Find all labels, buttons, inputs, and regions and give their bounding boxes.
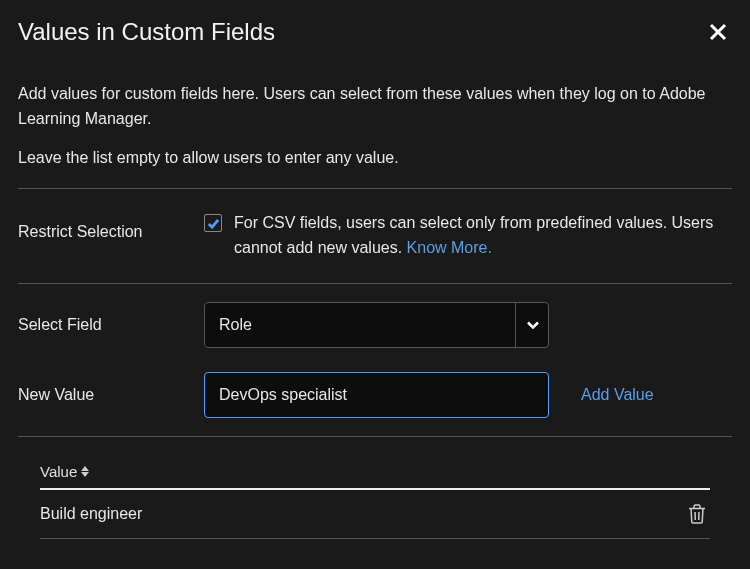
new-value-label: New Value <box>18 386 204 404</box>
restrict-selection-label: Restrict Selection <box>18 211 204 241</box>
table-cell-value: Build engineer <box>40 505 142 523</box>
restrict-selection-checkbox[interactable] <box>204 214 222 232</box>
know-more-link[interactable]: Know More. <box>407 239 492 256</box>
new-value-input[interactable] <box>204 372 549 418</box>
add-value-button[interactable]: Add Value <box>581 386 654 404</box>
value-column-header[interactable]: Value <box>40 463 89 480</box>
select-field-value: Role <box>219 316 252 334</box>
dialog-description-1: Add values for custom fields here. Users… <box>18 82 732 132</box>
new-value-row: New Value Add Value <box>18 366 732 436</box>
restrict-selection-row: Restrict Selection For CSV fields, users… <box>18 189 732 283</box>
close-button[interactable] <box>704 18 732 46</box>
svg-marker-2 <box>81 466 89 471</box>
svg-marker-3 <box>81 472 89 477</box>
select-field-label: Select Field <box>18 316 204 334</box>
restrict-selection-description: For CSV fields, users can select only fr… <box>234 211 732 261</box>
select-field-dropdown[interactable]: Role <box>204 302 549 348</box>
values-table: Value Build engineer <box>18 437 732 539</box>
delete-row-button[interactable] <box>688 504 710 524</box>
dialog-title: Values in Custom Fields <box>18 18 275 46</box>
select-field-row: Select Field Role <box>18 284 732 366</box>
trash-icon <box>688 504 706 524</box>
check-icon <box>207 217 220 230</box>
sort-icon <box>81 466 89 477</box>
dialog-description-2: Leave the list empty to allow users to e… <box>18 146 732 171</box>
close-icon <box>708 22 728 42</box>
table-row: Build engineer <box>40 490 710 539</box>
